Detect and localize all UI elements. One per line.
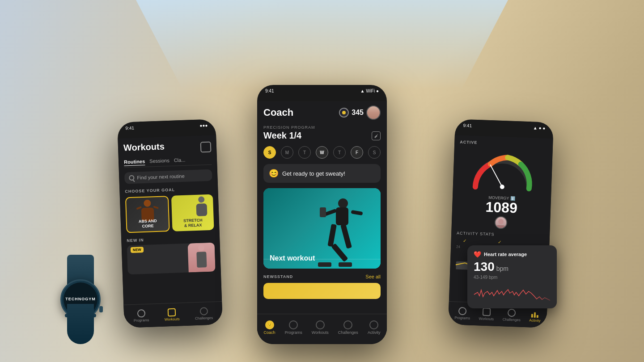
- newsstand-header: NEWSSTAND See all: [263, 274, 381, 279]
- heart-rate-title: Heart rate average: [484, 252, 527, 257]
- status-time-center: 9:41: [265, 88, 274, 93]
- goal-cards: ABS ANDCORE STRETCH& RELAX: [125, 194, 214, 233]
- coach-nav-workouts-icon: [316, 320, 325, 329]
- technogym-watch: TECHNOGYM: [45, 255, 116, 344]
- sweaty-emoji: 😊: [269, 168, 279, 178]
- day-s-start[interactable]: S: [263, 146, 276, 159]
- coach-nav-workouts-label: Workouts: [312, 330, 329, 335]
- phone-left: 9:41 ●●● Workouts Routines Sessions Cla.…: [117, 119, 223, 328]
- coin-icon: [339, 108, 349, 118]
- bpm-value: 130: [474, 260, 495, 274]
- nav-workouts-label-right: Workouts: [479, 316, 494, 321]
- nav-activity-right[interactable]: Activity: [529, 309, 541, 323]
- coach-nav-coach[interactable]: 🙂 Coach: [264, 320, 275, 335]
- search-bar[interactable]: Find your next routine: [124, 169, 212, 184]
- coach-nav-activity-icon: [369, 320, 378, 329]
- movergy-value: 1089: [458, 199, 546, 216]
- coach-nav-activity-label: Activity: [368, 330, 381, 335]
- edit-icon[interactable]: [372, 131, 381, 140]
- newsstand-card[interactable]: [263, 283, 381, 299]
- nav-programs-right[interactable]: Programs: [454, 307, 470, 320]
- week-title: Week 1/4: [263, 130, 301, 141]
- nav-workouts-left[interactable]: Workouts: [164, 308, 180, 321]
- precision-label: PRECISION PROGRAM: [263, 125, 381, 130]
- days-row: S M T W T F S: [263, 146, 381, 159]
- search-text: Find your next routine: [137, 173, 185, 181]
- programs-icon-right: [458, 307, 467, 316]
- coach-header: Coach 345: [263, 105, 381, 120]
- next-workout-label: Next workout: [270, 254, 315, 262]
- svg-point-1: [500, 185, 504, 189]
- sweaty-card: 😊 Get ready to get sweaty!: [263, 164, 381, 183]
- heart-icon: ❤️: [474, 251, 481, 258]
- coach-nav-workouts[interactable]: Workouts: [312, 320, 329, 335]
- goal-card-abs[interactable]: ABS ANDCORE: [125, 196, 170, 233]
- points-value: 345: [352, 109, 364, 117]
- day-t2[interactable]: T: [333, 146, 346, 159]
- new-in-label: NEW IN: [127, 236, 214, 243]
- activity-icon-right: [531, 309, 539, 318]
- user-avatar[interactable]: [366, 105, 381, 120]
- choose-goal-label: CHOOSE YOUR GOAL: [125, 186, 212, 194]
- workouts-icon-right: [483, 308, 491, 316]
- status-bar-center: 9:41 ▲ WiFi ●: [257, 88, 387, 93]
- coach-nav-coach-label: Coach: [264, 330, 275, 335]
- coach-nav-challenges-label: Challenges: [338, 330, 358, 335]
- abs-core-label: ABS ANDCORE: [127, 219, 169, 230]
- tab-classes[interactable]: Cla...: [174, 157, 186, 163]
- activity-avatar: [495, 216, 508, 229]
- nav-workouts-right[interactable]: Workouts: [479, 307, 494, 321]
- workouts-title: Workouts: [123, 141, 165, 153]
- challenges-icon-right: [508, 309, 516, 317]
- tab-routines[interactable]: Routines: [124, 159, 145, 165]
- bpm-unit: bpm: [496, 265, 508, 272]
- day-t1[interactable]: T: [298, 146, 311, 159]
- nav-challenges-left[interactable]: Challenges: [195, 307, 213, 320]
- nav-workouts-label-left: Workouts: [165, 317, 180, 321]
- heart-rate-header: ❤️ Heart rate average: [474, 251, 551, 258]
- status-time-right: 9:41: [463, 123, 472, 128]
- sweaty-text: Get ready to get sweaty!: [282, 170, 345, 177]
- workouts-screen: Workouts Routines Sessions Cla... Find y…: [118, 135, 223, 328]
- nav-programs-left[interactable]: Programs: [133, 309, 149, 323]
- newsstand-title: NEWSSTAND: [263, 274, 293, 279]
- challenges-icon: [199, 307, 208, 316]
- coach-nav-challenges[interactable]: Challenges: [338, 320, 358, 335]
- coach-bottom-nav: 🙂 Coach Programs Workouts Challenges Act…: [257, 314, 387, 344]
- tab-sessions[interactable]: Sessions: [149, 158, 169, 164]
- nav-challenges-label-left: Challenges: [195, 316, 213, 320]
- see-all-link[interactable]: See all: [365, 274, 381, 279]
- day-f[interactable]: F: [351, 146, 363, 159]
- nav-activity-label-right: Activity: [529, 318, 541, 323]
- status-icons-left: ●●●: [199, 123, 208, 128]
- workouts-tabs: Routines Sessions Cla...: [124, 156, 212, 168]
- coach-nav-programs[interactable]: Programs: [285, 320, 302, 335]
- nav-programs-label-right: Programs: [454, 316, 470, 320]
- nav-challenges-right[interactable]: Challenges: [503, 308, 521, 322]
- bottom-nav-left: Programs Workouts Challenges: [123, 301, 223, 328]
- status-icons-right: ▲ ● ●: [533, 125, 546, 130]
- day-w[interactable]: W: [316, 146, 328, 159]
- watch-band-bottom: [67, 304, 94, 344]
- coach-nav-activity[interactable]: Activity: [368, 320, 381, 335]
- goal-card-stretch[interactable]: STRETCH& RELAX: [171, 194, 214, 232]
- day-m[interactable]: M: [281, 146, 293, 159]
- day-s-end[interactable]: S: [368, 146, 381, 159]
- bookmark-icon[interactable]: [200, 141, 212, 152]
- nav-challenges-label-right: Challenges: [503, 317, 521, 322]
- coach-nav-coach-icon: 🙂: [265, 320, 274, 329]
- heart-rate-chart: [474, 283, 551, 301]
- workout-card[interactable]: 30 MIN: [263, 188, 381, 269]
- scene-container: 9:41 ●●● Workouts Routines Sessions Cla.…: [0, 0, 644, 362]
- coach-title: Coach: [263, 107, 293, 118]
- watch-brand-logo: TECHNOGYM: [65, 297, 96, 302]
- search-icon: [129, 175, 134, 181]
- status-icons-center: ▲ WiFi ●: [360, 88, 379, 93]
- status-time-left: 9:41: [125, 126, 134, 131]
- coach-points-container: 345: [339, 105, 381, 120]
- coach-screen: Coach 345 PRECISION PROGRAM Week 1/4: [257, 101, 387, 344]
- bpm-range: 43-149 bpm: [474, 275, 551, 280]
- new-in-card[interactable]: NEW: [127, 243, 216, 275]
- gauge-container: [466, 146, 539, 194]
- coach-nav-challenges-icon: [343, 320, 352, 329]
